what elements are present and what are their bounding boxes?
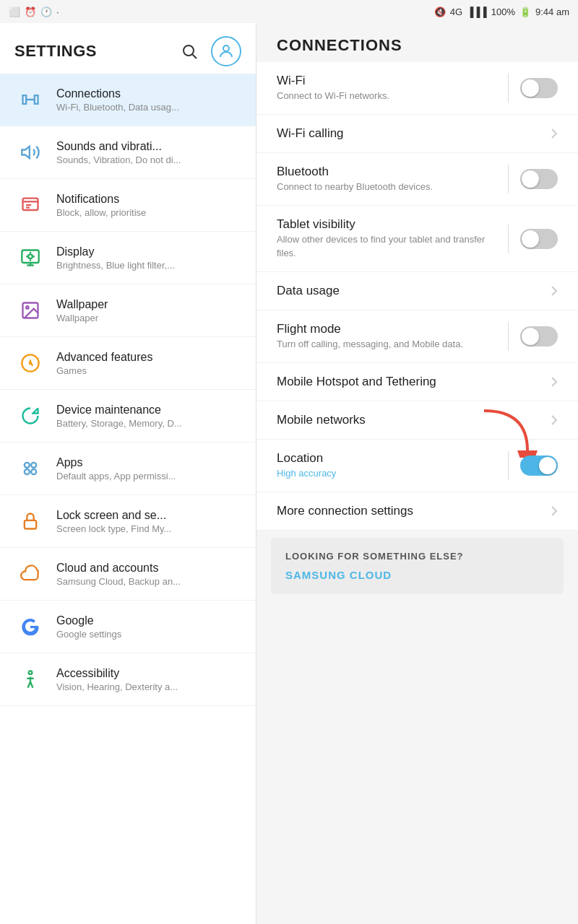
wifi-toggle[interactable] [520, 78, 558, 98]
device-sub: Battery, Storage, Memory, D... [56, 418, 182, 429]
device-label: Device maintenance [56, 404, 182, 417]
sidebar-item-apps[interactable]: Apps Default apps, App permissi... [0, 443, 256, 495]
connections-settings-list: Wi-Fi Connect to Wi-Fi networks. Wi-Fi c… [256, 62, 578, 531]
battery-icon: 🔋 [519, 6, 531, 17]
right-header: CONNECTIONS [256, 23, 578, 62]
search-button[interactable] [176, 38, 202, 64]
mobile-hotspot-item[interactable]: Mobile Hotspot and Tethering [256, 363, 578, 401]
sounds-sub: Sounds, Vibration, Do not di... [56, 154, 181, 165]
sidebar-item-cloud[interactable]: Cloud and accounts Samsung Cloud, Backup… [0, 548, 256, 601]
accessibility-sub: Vision, Hearing, Dexterity a... [56, 681, 178, 692]
tablet-visibility-label: Tablet visibility [277, 217, 496, 232]
bluetooth-sub: Connect to nearby Bluetooth devices. [277, 180, 433, 193]
display-sub: Brightness, Blue light filter,... [56, 260, 175, 271]
location-divider [508, 451, 509, 480]
sidebar-item-accessibility[interactable]: Accessibility Vision, Hearing, Dexterity… [0, 653, 256, 706]
google-icon [14, 611, 46, 642]
bluetooth-toggle[interactable] [520, 169, 558, 189]
flight-mode-toggle[interactable] [520, 326, 558, 346]
wifi-calling-item[interactable]: Wi-Fi calling [256, 115, 578, 153]
device-icon [14, 400, 46, 432]
apps-icon [14, 453, 46, 484]
wifi-label: Wi-Fi [277, 74, 389, 88]
display-icon [14, 242, 46, 274]
lockscreen-sub: Screen lock type, Find My... [56, 523, 171, 534]
battery-percent: 100% [491, 6, 515, 17]
wifi-calling-label: Wi-Fi calling [277, 126, 344, 141]
more-connection-item[interactable]: More connection settings [256, 492, 578, 531]
notifications-icon [14, 189, 46, 221]
signal-bars: ▐▐▐ [467, 6, 487, 17]
sidebar-item-connections[interactable]: Connections Wi-Fi, Bluetooth, Data usag.… [0, 74, 256, 126]
google-sub: Google settings [56, 629, 121, 640]
svg-line-27 [30, 682, 33, 688]
sidebar: SETTINGS [0, 23, 256, 924]
svg-point-15 [26, 306, 29, 309]
chevron-right-icon-3 [551, 376, 558, 388]
status-bar: ⬜ ⏰ 🕐 · 🔇 4G ▐▐▐ 100% 🔋 9:44 am [0, 0, 578, 23]
notifications-label: Notifications [56, 193, 146, 206]
apps-label: Apps [56, 456, 176, 469]
sidebar-item-lockscreen[interactable]: Lock screen and se... Screen lock type, … [0, 495, 256, 548]
sidebar-item-notifications[interactable]: Notifications Block, allow, prioritise [0, 179, 256, 232]
flight-mode-sub: Turn off calling, messaging, and Mobile … [277, 338, 463, 351]
tablet-visibility-item[interactable]: Tablet visibility Allow other devices to… [256, 206, 578, 271]
wifi-item[interactable]: Wi-Fi Connect to Wi-Fi networks. [256, 62, 578, 115]
display-label: Display [56, 245, 175, 258]
more-connection-label: More connection settings [277, 504, 413, 518]
mobile-hotspot-label: Mobile Hotspot and Tethering [277, 375, 436, 389]
location-label: Location [277, 451, 336, 466]
status-right: 🔇 4G ▐▐▐ 100% 🔋 9:44 am [434, 6, 569, 17]
dot: · [56, 6, 59, 17]
samsung-cloud-link[interactable]: SAMSUNG CLOUD [285, 569, 549, 581]
sidebar-header-icons [176, 36, 241, 66]
cloud-sub: Samsung Cloud, Backup an... [56, 576, 181, 587]
wifi-divider [508, 74, 509, 103]
svg-point-23 [29, 671, 33, 674]
sidebar-item-wallpaper[interactable]: Wallpaper Wallpaper [0, 284, 256, 337]
sidebar-item-sounds[interactable]: Sounds and vibrati... Sounds, Vibration,… [0, 126, 256, 179]
wallpaper-sub: Wallpaper [56, 313, 108, 323]
bluetooth-label: Bluetooth [277, 165, 433, 179]
svg-line-1 [193, 55, 197, 59]
location-item[interactable]: Location High accuracy [256, 440, 578, 492]
bluetooth-item[interactable]: Bluetooth Connect to nearby Bluetooth de… [256, 153, 578, 206]
sidebar-item-advanced[interactable]: Advanced features Games [0, 337, 256, 390]
flight-mode-label: Flight mode [277, 322, 463, 336]
svg-point-19 [31, 463, 36, 468]
alarm-icon: ⏰ [25, 6, 36, 17]
flight-mode-item[interactable]: Flight mode Turn off calling, messaging,… [256, 310, 578, 363]
bluetooth-divider [508, 165, 509, 193]
svg-point-18 [25, 463, 30, 468]
svg-point-9 [28, 254, 33, 258]
sidebar-item-google[interactable]: Google Google settings [0, 601, 256, 653]
mute-icon: 🔇 [434, 6, 446, 17]
data-usage-label: Data usage [277, 284, 340, 298]
connections-label: Connections [56, 87, 179, 100]
data-usage-item[interactable]: Data usage [256, 272, 578, 310]
svg-marker-3 [22, 147, 29, 158]
advanced-sub: Games [56, 365, 152, 376]
connections-icon [14, 84, 46, 116]
svg-point-21 [31, 469, 36, 474]
mobile-networks-label: Mobile networks [277, 413, 366, 427]
svg-point-0 [184, 45, 194, 56]
apps-sub: Default apps, App permissi... [56, 471, 176, 481]
svg-rect-22 [25, 520, 36, 529]
location-toggle[interactable] [520, 456, 558, 476]
accessibility-icon [14, 663, 46, 695]
profile-button[interactable] [211, 36, 241, 66]
status-left: ⬜ ⏰ 🕐 · [9, 6, 59, 17]
location-sub: High accuracy [277, 467, 336, 480]
tablet-visibility-toggle[interactable] [520, 229, 558, 249]
sounds-label: Sounds and vibrati... [56, 140, 181, 153]
chevron-right-icon [551, 128, 558, 139]
chevron-right-icon-5 [551, 505, 558, 517]
chevron-right-icon-4 [551, 414, 558, 426]
wallpaper-icon [14, 295, 46, 326]
sidebar-item-device[interactable]: Device maintenance Battery, Storage, Mem… [0, 390, 256, 443]
mobile-networks-item[interactable]: Mobile networks [256, 401, 578, 440]
looking-for-title: LOOKING FOR SOMETHING ELSE? [285, 551, 549, 562]
sidebar-item-display[interactable]: Display Brightness, Blue light filter,..… [0, 232, 256, 284]
main-layout: SETTINGS [0, 23, 578, 924]
